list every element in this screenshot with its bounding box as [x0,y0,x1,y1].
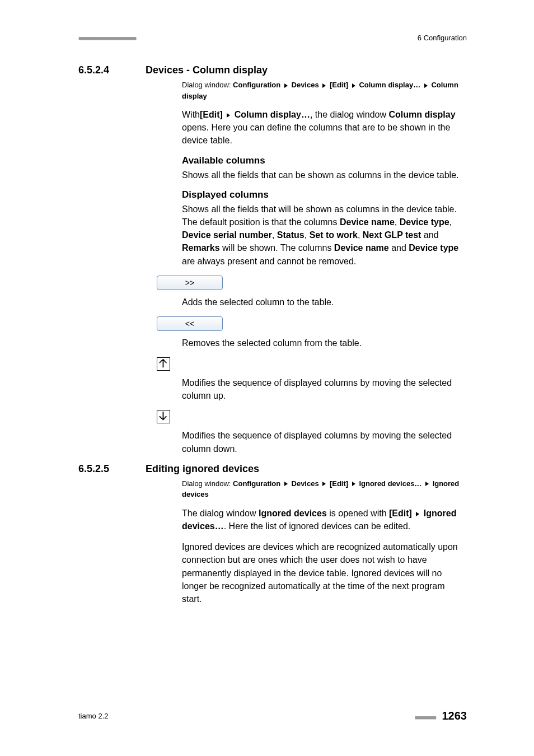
text-bold: Device name [340,217,395,227]
ignored-open-paragraph: The dialog window Ignored devices is ope… [182,507,467,533]
triangle-icon [284,482,288,486]
triangle-icon [322,83,326,88]
text-span: will be shown. The columns [220,243,334,253]
text-bold: Device serial number [182,230,272,240]
remove-column-desc: Removes the selected column from the tab… [182,337,467,349]
section-title: Editing ignored devices [146,463,259,475]
path-seg: Devices [292,81,319,89]
footer-right: ■■■■■■■■ 1263 [415,710,467,722]
triangle-icon [424,83,428,88]
text-bold: Column display [388,110,455,119]
text-bold: Status [277,230,305,240]
text-bold: Device type [409,243,458,253]
footer-dots: ■■■■■■■■ [415,714,435,721]
intro-paragraph: With[Edit] Column display…, the dialog w… [182,108,467,147]
arrow-down-icon: 🡣 [158,411,168,423]
text-span: With [182,110,200,119]
triangle-icon [416,512,419,516]
path-seg: Ignored devices… [359,479,421,488]
triangle-icon [227,113,230,118]
dialog-prefix: Dialog window: [182,81,233,89]
remove-column-button[interactable]: << [157,316,223,331]
displayed-columns-text: Shows all the fields that will be shown … [182,203,467,268]
move-down-button[interactable]: 🡣 [157,410,170,423]
arrow-up-icon: 🡡 [158,358,168,370]
text-bold: [Edit] [389,508,412,518]
section-title: Devices - Column display [146,64,268,76]
path-seg: Configuration [233,81,280,89]
page-header: ■■■■■■■■■■■■■■■■■■■■■■ 6 Configuration [0,0,534,42]
page-number: 1263 [442,710,467,722]
dialog-prefix: Dialog window: [182,479,233,488]
text-span: and [389,243,409,253]
triangle-icon [284,83,288,88]
triangle-icon [322,482,326,486]
move-up-desc: Modifies the sequence of displayed colum… [182,376,467,402]
text-span: , [449,217,452,227]
text-bold: Device type [400,217,449,227]
triangle-icon [425,482,429,486]
dialog-path: Dialog window: Configuration Devices [Ed… [182,478,467,500]
move-down-desc: Modifies the sequence of displayed colum… [182,429,467,455]
text-bold: [Edit] [200,110,223,119]
product-name: tiamo 2.2 [78,712,108,720]
text-span: , [272,230,277,240]
text-span: , [305,230,310,240]
section-number: 6.5.2.5 [78,463,123,475]
page-footer: tiamo 2.2 ■■■■■■■■ 1263 [78,710,467,722]
text-bold: Column display… [235,110,310,119]
text-span: , the dialog window [310,110,389,119]
add-column-button[interactable]: >> [157,276,223,290]
dialog-path: Dialog window: Configuration Devices [Ed… [182,80,467,101]
text-span: The dialog window [182,508,259,518]
content: 6.5.2.4 Devices - Column display Dialog … [0,42,534,605]
path-seg: [Edit] [330,479,348,488]
path-seg: Configuration [233,479,280,488]
text-span: is opened with [327,508,389,518]
text-bold: Remarks [182,243,220,253]
header-dots: ■■■■■■■■■■■■■■■■■■■■■■ [78,35,135,41]
text-bold: Ignored devices [259,508,327,518]
add-column-desc: Adds the selected column to the table. [182,296,467,309]
move-up-button[interactable]: 🡡 [157,357,170,371]
text-span: . Here the list of ignored devices can b… [224,521,411,531]
path-seg: [Edit] [330,81,348,89]
text-bold: Device name [334,243,389,253]
path-seg: Column display… [359,81,420,89]
text-span: are always present and cannot be removed… [182,256,356,266]
section-heading-row: 6.5.2.5 Editing ignored devices [78,463,467,475]
path-seg: Devices [292,479,319,488]
triangle-icon [352,83,355,88]
section-number: 6.5.2.4 [78,64,123,76]
available-columns-heading: Available columns [182,155,467,166]
text-span: , [395,217,400,227]
text-span: and [421,230,438,240]
text-bold: Next GLP test [363,230,421,240]
section-heading-row: 6.5.2.4 Devices - Column display [78,64,467,76]
displayed-columns-heading: Displayed columns [182,189,467,200]
ignored-desc-paragraph: Ignored devices are devices which are re… [182,540,467,605]
text-bold: Set to work [310,230,358,240]
text-span: opens. Here you can define the columns t… [182,123,450,145]
text-span: , [358,230,363,240]
triangle-icon [352,482,355,486]
chapter-title: 6 Configuration [418,34,467,42]
available-columns-text: Shows all the fields that can be shown a… [182,169,467,181]
